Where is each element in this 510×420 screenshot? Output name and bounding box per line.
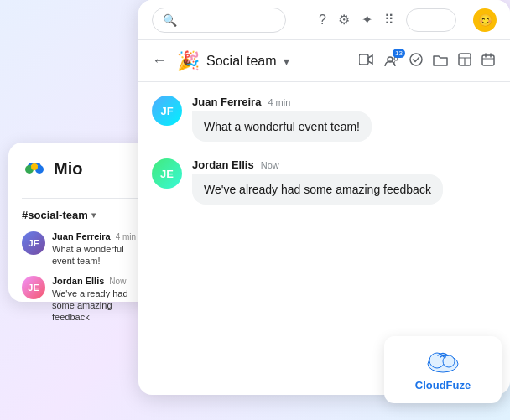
msg-body-2: Jordan Ellis Now We've already had some … — [192, 158, 443, 205]
back-button[interactable]: ← — [152, 52, 167, 70]
mio-message-1: JF Juan Ferreira 4 min What a wonderful … — [22, 231, 142, 267]
msg-sender-1: Juan Ferreira — [192, 96, 261, 108]
msg-bubble-2: We've already had some amazing feedback — [192, 174, 443, 205]
topbar-icons: ? ⚙ ✦ ⠿ 😊 — [319, 8, 497, 32]
channel-header: ← 🎉 Social team ▾ 13 — [138, 40, 510, 82]
sparkle-icon[interactable]: ✦ — [362, 12, 372, 28]
msg-time-1: 4 min — [268, 97, 290, 107]
avatar-juan-chat: JF — [152, 96, 182, 126]
svg-rect-3 — [359, 54, 368, 65]
mio-logo: Mio — [22, 156, 142, 181]
mio-sender-1: Juan Ferreira — [52, 231, 111, 241]
user-avatar[interactable]: 😊 — [473, 8, 497, 32]
search-icon: 🔍 — [163, 13, 177, 27]
mio-text-1: What a wonderful event team! — [52, 243, 142, 267]
channel-emoji: 🎉 — [177, 50, 200, 72]
chat-message-1: JF Juan Ferreira 4 min What a wonderful … — [152, 96, 497, 142]
avatar-jordan-mio: JE — [22, 276, 45, 299]
cloudfuze-card: CloudFuze — [384, 336, 502, 403]
svg-point-6 — [410, 54, 422, 65]
video-icon[interactable] — [357, 52, 376, 70]
mio-time-1: 4 min — [116, 232, 136, 241]
integrations-icon[interactable] — [456, 51, 473, 70]
msg-body-1: Juan Ferreira 4 min What a wonderful eve… — [192, 96, 372, 142]
apps-icon[interactable]: ⠿ — [384, 12, 394, 28]
members-icon[interactable]: 13 — [382, 53, 401, 70]
account-button[interactable] — [406, 8, 456, 32]
avatar-jordan-chat: JE — [152, 158, 182, 189]
mio-msg-content-2: Jordan Ellis Now We've already had some … — [52, 276, 142, 324]
mio-card: Mio #social-team ▾ JF Juan Ferreira 4 mi… — [8, 143, 155, 302]
svg-point-2 — [31, 163, 38, 170]
settings-icon[interactable]: ⚙ — [338, 12, 350, 28]
msg-time-2: Now — [261, 160, 279, 170]
chat-message-2: JE Jordan Ellis Now We've already had so… — [152, 158, 497, 205]
mio-channel-name[interactable]: #social-team ▾ — [22, 209, 142, 221]
mio-time-2: Now — [109, 277, 126, 286]
svg-point-15 — [429, 353, 445, 368]
mio-divider — [22, 198, 142, 199]
cloudfuze-logo — [422, 349, 464, 374]
msg-bubble-1: What a wonderful event team! — [192, 111, 372, 142]
mio-brand-name: Mio — [54, 159, 82, 179]
search-bar[interactable]: 🔍 — [152, 8, 286, 33]
members-badge: 13 — [393, 49, 405, 58]
mio-sender-2: Jordan Ellis — [52, 276, 104, 286]
channel-chevron-icon: ▾ — [91, 210, 96, 220]
channel-actions: 13 — [357, 51, 497, 70]
avatar-juan-mio: JF — [22, 231, 45, 255]
channel-name: Social team — [206, 54, 277, 69]
help-icon[interactable]: ? — [319, 13, 326, 28]
files-icon[interactable] — [431, 52, 450, 70]
mio-message-2: JE Jordan Ellis Now We've already had so… — [22, 276, 142, 324]
cloudfuze-name: CloudFuze — [415, 379, 471, 391]
svg-rect-10 — [482, 55, 494, 65]
calendar-icon[interactable] — [480, 51, 497, 70]
messages-area: JF Juan Ferreira 4 min What a wonderful … — [138, 82, 510, 235]
cloudfuze-icon — [422, 349, 464, 374]
mio-text-2: We've already had some amazing feedback — [52, 288, 142, 324]
channel-dropdown-icon[interactable]: ▾ — [284, 54, 289, 68]
chat-topbar: 🔍 ? ⚙ ✦ ⠿ 😊 — [138, 0, 510, 40]
mio-icon — [22, 156, 47, 181]
msg-sender-2: Jordan Ellis — [192, 158, 254, 171]
tasks-icon[interactable] — [408, 51, 424, 70]
mio-msg-content-1: Juan Ferreira 4 min What a wonderful eve… — [52, 231, 142, 267]
